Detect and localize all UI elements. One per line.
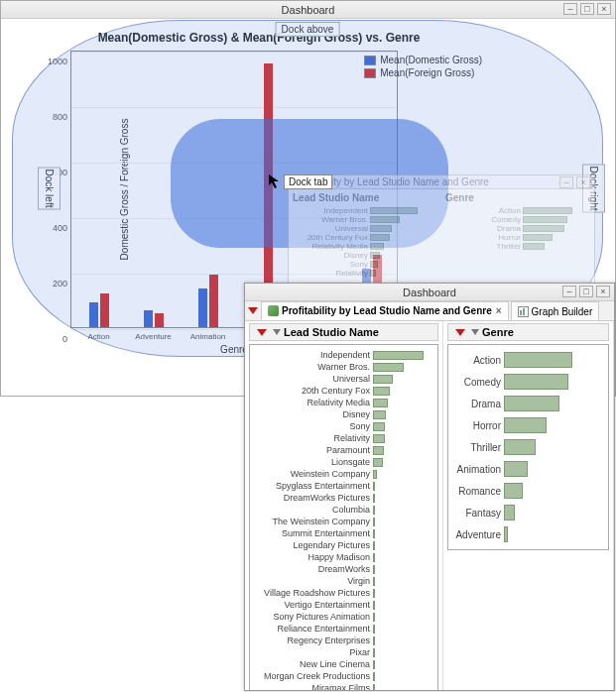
list-item[interactable]: Warner Bros. <box>250 361 435 373</box>
list-item[interactable]: DreamWorks <box>250 563 435 575</box>
bar[interactable] <box>504 374 568 390</box>
bar[interactable] <box>504 526 508 542</box>
bar[interactable] <box>373 506 375 515</box>
list-item[interactable]: Adventure <box>448 523 606 545</box>
bar[interactable] <box>504 417 547 433</box>
list-item[interactable]: Miramax Films <box>250 682 435 690</box>
bar[interactable] <box>373 494 375 503</box>
bar[interactable] <box>373 434 385 443</box>
bar[interactable] <box>373 684 375 691</box>
list-item[interactable]: The Weinstein Company <box>250 516 435 527</box>
bar[interactable] <box>504 505 515 520</box>
dock-tab-label[interactable]: Dock tab <box>284 174 332 189</box>
bar[interactable] <box>373 458 383 467</box>
bar[interactable] <box>373 363 404 372</box>
bar[interactable] <box>504 461 528 477</box>
close-icon[interactable]: × <box>596 286 610 297</box>
bar[interactable] <box>373 541 375 550</box>
close-icon[interactable]: × <box>576 176 590 188</box>
bar[interactable] <box>373 601 375 610</box>
bar[interactable] <box>373 553 375 562</box>
list-item[interactable]: Disney <box>250 408 435 420</box>
bar[interactable] <box>373 518 375 526</box>
list-item[interactable]: Virgin <box>250 575 435 587</box>
tab-profitability[interactable]: Profitability by Lead Studio Name and Ge… <box>261 301 509 320</box>
bar[interactable] <box>373 470 377 479</box>
list-item[interactable]: Action <box>448 349 606 371</box>
list-item[interactable]: Pixar <box>250 646 435 658</box>
bar[interactable] <box>373 446 384 455</box>
bar[interactable] <box>155 313 164 327</box>
bar[interactable] <box>504 352 572 368</box>
list-item[interactable]: Sony Pictures Animation <box>250 611 435 623</box>
options-icon[interactable] <box>273 329 281 335</box>
list-item[interactable]: Romance <box>448 480 606 502</box>
list-item[interactable]: Universal <box>250 373 435 385</box>
bar[interactable] <box>504 439 536 455</box>
bar[interactable] <box>504 483 523 499</box>
options-icon[interactable] <box>471 329 479 335</box>
list-item[interactable]: Regency Enterprises <box>250 634 435 646</box>
list-item[interactable]: Thriller <box>448 436 606 458</box>
close-icon[interactable]: × <box>597 3 611 15</box>
bar[interactable] <box>198 288 207 327</box>
minimize-icon[interactable]: – <box>559 176 573 188</box>
list-item[interactable]: Horror <box>448 414 606 436</box>
list-item[interactable]: Drama <box>448 393 606 414</box>
disclosure-icon[interactable] <box>248 307 258 314</box>
list-item[interactable]: Reliance Entertainment <box>250 623 435 634</box>
bar[interactable] <box>373 410 386 419</box>
maximize-icon[interactable]: □ <box>580 3 594 15</box>
list-item[interactable]: Fantasy <box>448 502 606 523</box>
minimize-icon[interactable]: – <box>563 3 577 15</box>
bar[interactable] <box>373 482 375 491</box>
disclosure-icon[interactable] <box>455 329 465 336</box>
list-item[interactable]: Paramount <box>250 444 435 456</box>
list-item[interactable]: Legendary Pictures <box>250 539 435 551</box>
list-item[interactable]: Relativity <box>250 432 435 444</box>
list-item[interactable]: Summit Entertainment <box>250 527 435 539</box>
list-item[interactable]: 20th Century Fox <box>250 385 435 397</box>
studio-bar-chart[interactable]: IndependentWarner Bros.Universal20th Cen… <box>249 344 438 690</box>
disclosure-icon[interactable] <box>257 329 267 336</box>
bar[interactable] <box>209 275 218 327</box>
list-item[interactable]: Vertigo Entertainment <box>250 599 435 611</box>
bar[interactable] <box>373 589 375 598</box>
list-item[interactable]: Sony <box>250 420 435 432</box>
bar[interactable] <box>373 660 375 669</box>
list-item[interactable]: Village Roadshow Pictures <box>250 587 435 599</box>
titlebar[interactable]: Dashboard – □ × <box>1 1 615 19</box>
bar[interactable] <box>89 302 98 327</box>
list-item[interactable]: DreamWorks Pictures <box>250 492 435 504</box>
minimize-icon[interactable]: – <box>562 286 576 297</box>
tab-graph-builder[interactable]: Graph Builder <box>511 301 600 320</box>
bar[interactable] <box>100 293 109 327</box>
panel-header[interactable]: Lead Studio Name <box>249 323 438 341</box>
bar[interactable] <box>373 387 390 396</box>
bar[interactable] <box>373 625 375 634</box>
bar[interactable] <box>373 648 375 657</box>
list-item[interactable]: Lionsgate <box>250 456 435 468</box>
bar[interactable] <box>504 396 559 411</box>
list-item[interactable]: Relativity Media <box>250 397 435 408</box>
list-item[interactable]: Animation <box>448 458 606 480</box>
list-item[interactable]: Columbia <box>250 504 435 516</box>
list-item[interactable]: Happy Madison <box>250 551 435 563</box>
bar[interactable] <box>373 672 375 681</box>
list-item[interactable]: New Line Cinema <box>250 658 435 670</box>
bar[interactable] <box>373 375 393 384</box>
panel-header[interactable]: Genre <box>447 323 609 341</box>
list-item[interactable]: Independent <box>250 349 435 361</box>
list-item[interactable]: Spyglass Entertainment <box>250 480 435 492</box>
close-tab-icon[interactable]: × <box>496 305 502 316</box>
maximize-icon[interactable]: □ <box>579 286 593 297</box>
list-item[interactable]: Comedy <box>448 371 606 393</box>
list-item[interactable]: Weinstein Company <box>250 468 435 480</box>
bar[interactable] <box>144 310 153 327</box>
bar[interactable] <box>373 565 375 574</box>
bar[interactable] <box>373 529 375 538</box>
bar[interactable] <box>373 577 375 586</box>
bar[interactable] <box>373 422 385 431</box>
titlebar[interactable]: Dashboard – □ × <box>245 284 614 301</box>
bar[interactable] <box>373 636 375 645</box>
